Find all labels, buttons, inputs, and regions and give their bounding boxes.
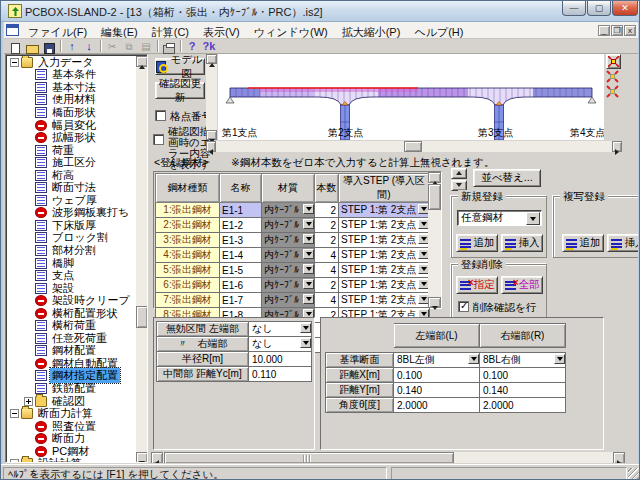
open-file-icon[interactable] xyxy=(24,40,40,53)
maximize-button[interactable]: ▢ xyxy=(587,1,611,16)
dropdown-arrow-icon[interactable] xyxy=(526,212,540,225)
close-button[interactable]: ✕ xyxy=(612,1,638,16)
material-dropdown-icon[interactable] xyxy=(303,204,314,214)
scroll-left-icon[interactable] xyxy=(206,141,216,152)
cut-icon: ✂ xyxy=(104,40,120,53)
steel-type-dropdown[interactable]: 任意鋼材 xyxy=(457,210,542,226)
scroll-up-icon[interactable] xyxy=(428,172,441,183)
copy-registration-group: 複写登録 追加 挿入 xyxy=(553,196,638,258)
title-bar[interactable]: PCBOX-ISLAND-2 - [13（箱桁・張出・内ｹｰﾌﾞﾙ・PRC）.i… xyxy=(1,1,640,22)
new-add-button[interactable]: 追加 xyxy=(456,234,498,252)
support-label-2: 第2支点 xyxy=(328,127,364,138)
material-dropdown-icon[interactable] xyxy=(303,279,314,289)
tree-item-icon xyxy=(21,458,33,462)
tree-item-icon xyxy=(35,82,47,93)
row-up-button[interactable] xyxy=(451,168,467,179)
new-insert-button[interactable]: 挿入 xyxy=(501,234,543,252)
save-file-icon[interactable] xyxy=(41,40,57,53)
steel-table-row[interactable]: 3:張出鋼材 E1-3 内ｹｰﾌﾞﾙ 2 STEP 1:第 2支点 xyxy=(156,233,430,248)
bridge-model-drawing[interactable]: 第1支点 第2支点 第3支点 第4支点 xyxy=(218,54,604,140)
resize-grip-icon[interactable] xyxy=(628,468,640,480)
tree-item-icon xyxy=(35,220,47,231)
steel-table-row[interactable]: 6:張出鋼材 E1-6 内ｹｰﾌﾞﾙ 2 STEP 1:第 2支点 xyxy=(156,278,430,293)
move-up-icon[interactable]: ↑ xyxy=(64,40,80,53)
dropdown-arrow-icon[interactable] xyxy=(554,354,565,364)
col-header: 名称 xyxy=(220,174,262,203)
expander-icon[interactable] xyxy=(10,58,19,67)
expander-icon[interactable] xyxy=(10,459,19,462)
steel-table-scrollbar[interactable] xyxy=(428,172,441,308)
material-dropdown-icon[interactable] xyxy=(303,294,314,304)
material-dropdown-icon[interactable] xyxy=(303,264,314,274)
dropdown-arrow-icon[interactable] xyxy=(300,338,311,348)
tree-item-icon xyxy=(35,170,47,181)
scroll-left-icon[interactable] xyxy=(151,452,163,463)
dropdown-arrow-icon[interactable] xyxy=(300,323,311,333)
steel-table-row[interactable]: 1:張出鋼材 E1-1 内ｹｰﾌﾞﾙ 2 STEP 1:第 2支点 xyxy=(156,203,430,218)
node-number-checkbox[interactable] xyxy=(155,110,166,121)
about-icon[interactable]: ? xyxy=(184,40,200,53)
scroll-up-icon[interactable] xyxy=(136,56,148,67)
sort-button[interactable]: 並べ替え... xyxy=(473,169,541,187)
scroll-thumb[interactable] xyxy=(164,452,454,463)
scroll-thumb[interactable] xyxy=(404,141,422,152)
scroll-right-icon[interactable] xyxy=(613,452,625,463)
main-hscrollbar[interactable] xyxy=(151,452,625,463)
zoom-out-icon[interactable] xyxy=(606,70,621,84)
move-down-icon[interactable]: ↓ xyxy=(81,40,97,53)
dropdown-arrow-icon[interactable] xyxy=(468,354,479,364)
zoom-in-icon[interactable] xyxy=(606,85,621,99)
drawing-vscrollbar[interactable] xyxy=(206,54,217,140)
delete-all-button[interactable]: 全部 xyxy=(501,276,543,294)
expander-icon[interactable] xyxy=(24,397,33,406)
material-dropdown-icon[interactable] xyxy=(303,249,314,259)
steel-table-row[interactable]: 5:張出鋼材 E1-5 内ｹｰﾌﾞﾙ 4 STEP 1:第 2支点 xyxy=(156,263,430,278)
tree-item-icon xyxy=(35,157,47,168)
tree-item-icon xyxy=(35,145,47,156)
scroll-right-icon[interactable] xyxy=(612,141,622,152)
scroll-thumb[interactable] xyxy=(428,184,441,210)
mdi-restore-button[interactable]: ❐ xyxy=(611,25,623,36)
tree-item[interactable]: 設計計算 xyxy=(7,458,135,463)
new-file-icon[interactable] xyxy=(7,40,23,53)
copy-add-button[interactable]: 追加 xyxy=(562,234,604,252)
steel-table-row[interactable]: 4:張出鋼材 E1-4 内ｹｰﾌﾞﾙ 4 STEP 1:第 2支点 xyxy=(156,248,430,263)
steel-table-row[interactable]: 2:張出鋼材 E1-2 内ｹｰﾌﾞﾙ 2 STEP 1:第 2支点 xyxy=(156,218,430,233)
mdi-close-button[interactable]: x xyxy=(624,25,636,36)
scroll-down-icon[interactable] xyxy=(136,452,148,463)
print-icon[interactable] xyxy=(161,40,177,53)
tree-item-icon xyxy=(35,182,47,193)
error-display-checkbox[interactable] xyxy=(153,134,164,145)
tree-item-icon xyxy=(35,132,47,143)
scroll-down-icon[interactable] xyxy=(428,297,441,308)
model-view-button[interactable]: モデル図 xyxy=(155,58,205,75)
drawing-hscrollbar[interactable] xyxy=(206,141,622,152)
tree-scrollbar[interactable] xyxy=(136,56,148,463)
tree-item-icon xyxy=(35,245,47,256)
edge-params-header: 左端部(L) 右端部(R) xyxy=(325,323,566,348)
zoom-select-icon[interactable] xyxy=(606,54,621,69)
steel-table-row[interactable]: 7:張出鋼材 E1-7 内ｹｰﾌﾞﾙ 4 STEP 1:第 2支点 xyxy=(156,293,430,308)
magnifier-icon xyxy=(156,61,166,73)
add-icon xyxy=(460,239,471,248)
confirm-delete-checkbox[interactable] xyxy=(458,301,469,312)
tree-item-icon xyxy=(35,333,47,344)
scroll-thumb[interactable] xyxy=(136,306,148,328)
scroll-down-icon[interactable] xyxy=(206,130,217,140)
material-dropdown-icon[interactable] xyxy=(303,219,314,229)
delete-icon xyxy=(505,281,516,290)
param-row: 〃 右端部 なし xyxy=(157,337,312,352)
add-icon xyxy=(566,239,577,248)
expander-icon[interactable] xyxy=(10,409,19,418)
delete-specified-button[interactable]: 指定 xyxy=(456,276,498,294)
material-dropdown-icon[interactable] xyxy=(303,234,314,244)
minimize-button[interactable]: — xyxy=(562,1,586,16)
document-icon[interactable] xyxy=(6,24,19,36)
copy-insert-button[interactable]: 挿入 xyxy=(607,234,638,252)
scroll-up-icon[interactable] xyxy=(206,54,217,64)
context-help-icon[interactable]: ?k xyxy=(201,40,217,53)
mdi-minimize-button[interactable]: _ xyxy=(598,25,610,36)
param-row: 無効区間 左端部 なし xyxy=(157,322,312,337)
navigation-tree: 入力データ 基本条件 基本寸法 使用材料 橋面形状 xyxy=(7,56,135,462)
update-diagram-button[interactable]: 確認図更新 xyxy=(155,82,205,99)
